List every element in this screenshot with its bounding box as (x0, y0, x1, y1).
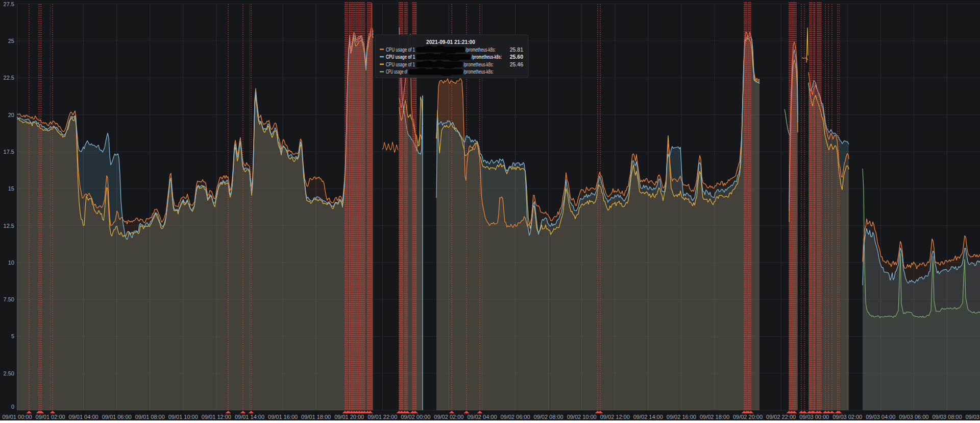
svg-text:09/01 14:00: 09/01 14:00 (235, 414, 264, 420)
svg-text:25.46: 25.46 (510, 61, 523, 67)
svg-text:09/03 04:00: 09/03 04:00 (866, 414, 895, 420)
svg-text:09/02 16:00: 09/02 16:00 (667, 414, 696, 420)
svg-text:09/02 02:00: 09/02 02:00 (434, 414, 463, 420)
svg-text:09/02 10:00: 09/02 10:00 (567, 414, 597, 420)
svg-text:/prometheus-k8s:: /prometheus-k8s: (465, 46, 496, 53)
svg-text:0: 0 (11, 404, 14, 410)
svg-text:09/02 22:00: 09/02 22:00 (766, 414, 796, 420)
svg-text:09/03 02:00: 09/03 02:00 (832, 414, 862, 420)
svg-text:09/01 18:00: 09/01 18:00 (301, 414, 331, 420)
svg-text:09/02 04:00: 09/02 04:00 (467, 414, 497, 420)
svg-text:09/01 10:00: 09/01 10:00 (168, 414, 198, 420)
svg-text:25.60: 25.60 (510, 54, 523, 60)
svg-text:09/01 20:00: 09/01 20:00 (334, 414, 364, 420)
svg-text:09/03 08:00: 09/03 08:00 (932, 414, 962, 420)
svg-text:CPU usage of 1: CPU usage of 1 (386, 54, 415, 60)
svg-text:09/01 06:00: 09/01 06:00 (102, 414, 132, 420)
svg-text:25: 25 (8, 38, 14, 44)
svg-text:09/01 12:00: 09/01 12:00 (202, 414, 231, 420)
svg-text:09/02 00:00: 09/02 00:00 (401, 414, 430, 420)
svg-text:CPU usage of: CPU usage of (386, 68, 407, 75)
svg-text:17.5: 17.5 (4, 149, 14, 155)
svg-text:09/02 18:00: 09/02 18:00 (700, 414, 729, 420)
svg-text:09/03 00:00: 09/03 00:00 (799, 414, 829, 420)
svg-text:09/01 16:00: 09/01 16:00 (268, 414, 298, 420)
svg-text:CPU usage of 1: CPU usage of 1 (386, 46, 415, 53)
svg-text:15: 15 (8, 185, 14, 192)
svg-text:09/03 06:00: 09/03 06:00 (899, 414, 928, 420)
svg-text:/prometheus-k8s:: /prometheus-k8s: (472, 54, 502, 60)
svg-text:12.5: 12.5 (4, 223, 14, 229)
svg-text:5: 5 (11, 333, 14, 339)
svg-text:22.5: 22.5 (4, 75, 14, 81)
svg-text:09/01 22:00: 09/01 22:00 (368, 414, 397, 420)
svg-text:10: 10 (8, 260, 14, 266)
svg-text:20: 20 (8, 112, 14, 118)
svg-text:CPU usage of 1: CPU usage of 1 (386, 61, 415, 67)
svg-text:09/02 14:00: 09/02 14:00 (633, 414, 663, 420)
svg-text:09/01 02:00: 09/01 02:00 (36, 414, 65, 420)
svg-text:7.50: 7.50 (4, 296, 14, 302)
svg-text:09/02 20:00: 09/02 20:00 (733, 414, 763, 420)
svg-text:2.50: 2.50 (4, 370, 14, 377)
svg-text:/prometheus-k8s:: /prometheus-k8s: (463, 61, 494, 67)
svg-text:09/02 08:00: 09/02 08:00 (534, 414, 564, 420)
svg-text:/prometheus-k8s:: /prometheus-k8s: (463, 68, 494, 75)
svg-text:09/01 08:00: 09/01 08:00 (135, 414, 165, 420)
svg-text:09/01 04:00: 09/01 04:00 (69, 414, 99, 420)
svg-text:09/01 00:00: 09/01 00:00 (2, 414, 32, 420)
svg-text:25.81: 25.81 (510, 46, 523, 53)
svg-text:09/03 10:00: 09/03 10:00 (965, 414, 980, 420)
svg-text:2021-09-01 21:21:00: 2021-09-01 21:21:00 (426, 39, 475, 45)
svg-text:27.5: 27.5 (4, 1, 14, 7)
svg-text:09/02 12:00: 09/02 12:00 (600, 414, 630, 420)
svg-text:09/02 06:00: 09/02 06:00 (500, 414, 530, 420)
